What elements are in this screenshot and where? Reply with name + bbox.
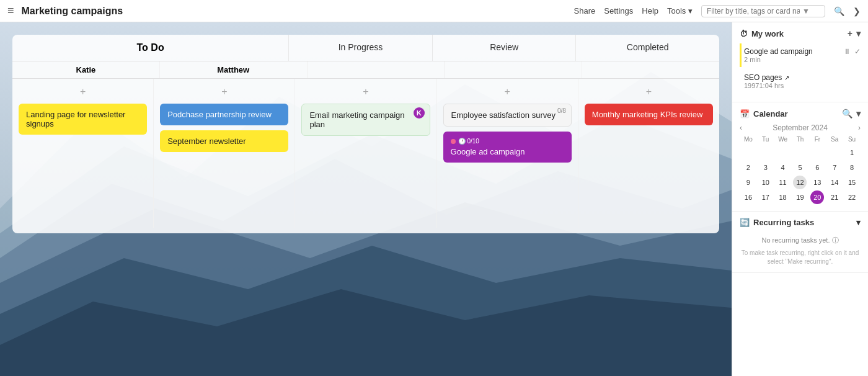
card-september-newsletter[interactable]: September newsletter [160, 130, 288, 152]
completed-header: Completed [576, 35, 719, 61]
settings-button[interactable]: Settings [604, 6, 633, 16]
recurring-title: Recurring tasks [753, 218, 814, 227]
review-subheader [445, 61, 582, 78]
main-layout: To Do In Progress Review Completed Katie… [0, 22, 868, 376]
calendar-prev-button[interactable]: ‹ [740, 123, 742, 132]
card-text: Landing page for newsletter signups [26, 110, 125, 128]
topbar: ≡ Marketing campaigns Share Settings Hel… [0, 0, 868, 22]
cal-empty-3 [776, 146, 790, 159]
cal-empty-2 [759, 146, 773, 159]
card-employee-survey[interactable]: 0/8 Employee satisfaction survey [443, 104, 572, 127]
kanban-board: To Do In Progress Review Completed Katie… [12, 35, 719, 233]
cal-day-17[interactable]: 17 [759, 190, 773, 204]
cal-day-8[interactable]: 8 [845, 161, 859, 174]
day-header-mo: Mo [740, 136, 757, 143]
cal-day-14[interactable]: 14 [828, 176, 841, 189]
completed-add-button[interactable]: + [585, 86, 713, 97]
cal-empty-1 [742, 146, 755, 159]
cal-day-13[interactable]: 13 [810, 176, 824, 189]
mywork-item-title-google[interactable]: Google ad campaign [744, 47, 813, 56]
search-icon[interactable]: 🔍 [834, 6, 844, 16]
completed-subheader [582, 61, 719, 78]
mywork-add-button[interactable]: + [848, 29, 852, 38]
search-input[interactable] [707, 7, 800, 16]
cal-day-6[interactable]: 6 [810, 161, 824, 174]
card-podchase[interactable]: Podchase partnership review [160, 104, 288, 125]
cal-day-12[interactable]: 12 [793, 176, 807, 189]
cal-day-1[interactable]: 1 [845, 146, 859, 159]
recurring-info-icon[interactable]: ⓘ [832, 236, 839, 244]
mywork-section: ⏱ My work + ▾ Google ad campaign ⏸ ✓ 2 m [732, 22, 868, 102]
card-text: Employee satisfaction survey [451, 110, 556, 120]
column-katie: + Landing page for newsletter signups [12, 79, 154, 228]
tools-button[interactable]: Tools ▾ [667, 6, 693, 16]
mywork-item-title-seo[interactable]: SEO pages ↗ [744, 73, 861, 82]
cal-day-7[interactable]: 7 [828, 161, 841, 174]
card-kpis-review[interactable]: Monthly marketing KPIs review [585, 104, 713, 125]
cal-day-3[interactable]: 3 [759, 161, 773, 174]
column-matthew: + Podchase partnership review September … [154, 79, 295, 228]
sub-headers: Katie Matthew [12, 61, 719, 79]
recurring-icon: 🔄 [740, 218, 750, 227]
cal-day-15[interactable]: 15 [845, 176, 859, 189]
cal-day-21[interactable]: 21 [828, 190, 841, 204]
tools-arrow-icon: ▾ [688, 6, 693, 16]
external-link-icon[interactable]: ↗ [784, 74, 789, 81]
cal-day-5[interactable]: 5 [793, 161, 807, 174]
mywork-collapse-icon[interactable]: ▾ [856, 29, 861, 38]
card-text: September newsletter [167, 137, 246, 146]
calendar-search-button[interactable]: 🔍 [842, 109, 852, 119]
card-text: Email marketing campaign plan [309, 110, 404, 129]
matthew-subheader: Matthew [160, 61, 308, 78]
day-header-fr: Fr [808, 136, 826, 143]
recurring-collapse-icon[interactable]: ▾ [856, 218, 861, 227]
matthew-add-button[interactable]: + [160, 86, 288, 97]
day-header-tu: Tu [757, 136, 774, 143]
recurring-hint: To make task recurring, right click on i… [740, 249, 861, 266]
mywork-title: My work [751, 29, 784, 38]
pause-button[interactable]: ⏸ [843, 47, 851, 56]
calendar-collapse-icon[interactable]: ▾ [856, 109, 861, 119]
recurring-empty-text: No recurring tasks yet. ⓘ [740, 232, 861, 249]
mywork-item-google-ad: Google ad campaign ⏸ ✓ 2 min [740, 43, 861, 67]
topbar-actions: Share Settings Help Tools ▾ ▼ 🔍 ❯ [574, 5, 861, 17]
todo-header: To Do [12, 35, 289, 61]
calendar-next-button[interactable]: › [858, 123, 861, 132]
calendar-header-left: 📅 Calendar [740, 109, 788, 119]
card-k-badge: K [414, 107, 425, 119]
check-button[interactable]: ✓ [854, 47, 861, 56]
card-google-ad[interactable]: 🕐 0/10 Google ad campaign [443, 132, 572, 163]
cal-day-4[interactable]: 4 [776, 161, 790, 174]
cal-empty-4 [793, 146, 807, 159]
recurring-section: 🔄 Recurring tasks ▾ No recurring tasks y… [732, 212, 868, 273]
cal-day-20-today[interactable]: 20 [810, 190, 824, 204]
cal-day-11[interactable]: 11 [776, 176, 790, 189]
review-add-button[interactable]: + [443, 86, 572, 97]
expand-icon[interactable]: ❯ [853, 6, 861, 16]
cal-day-22[interactable]: 22 [845, 190, 859, 204]
cal-day-10[interactable]: 10 [759, 176, 773, 189]
mywork-item-actions: ⏸ ✓ [843, 47, 861, 56]
share-button[interactable]: Share [574, 6, 596, 16]
card-dot-icon [451, 139, 456, 144]
katie-subheader: Katie [12, 61, 160, 78]
mywork-item-row: Google ad campaign ⏸ ✓ [744, 47, 861, 56]
cal-day-19[interactable]: 19 [793, 190, 807, 204]
day-header-su: Su [843, 136, 861, 143]
search-bar[interactable]: ▼ [701, 5, 825, 17]
inprogress-add-button[interactable]: + [301, 86, 430, 97]
board-area: To Do In Progress Review Completed Katie… [0, 22, 732, 376]
calendar-title: Calendar [753, 109, 788, 119]
cal-day-16[interactable]: 16 [742, 190, 755, 204]
recurring-header-left: 🔄 Recurring tasks [740, 218, 814, 227]
column-completed: + Monthly marketing KPIs review [578, 79, 719, 228]
cal-day-2[interactable]: 2 [742, 161, 755, 174]
card-email-campaign[interactable]: K Email marketing campaign plan [301, 104, 430, 136]
cal-day-9[interactable]: 9 [742, 176, 755, 189]
menu-icon[interactable]: ≡ [7, 4, 14, 17]
help-button[interactable]: Help [642, 6, 658, 16]
card-landing-page[interactable]: Landing page for newsletter signups [19, 104, 147, 135]
katie-add-button[interactable]: + [19, 86, 147, 97]
filter-icon[interactable]: ▼ [802, 7, 810, 16]
cal-day-18[interactable]: 18 [776, 190, 790, 204]
